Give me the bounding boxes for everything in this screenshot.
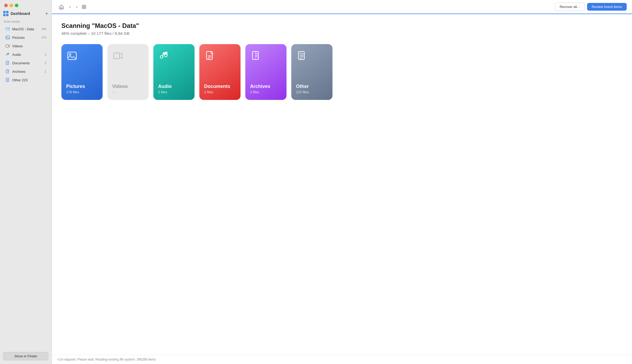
sidebar-item-pictures[interactable]: Pictures 176 <box>2 33 50 41</box>
documents-card-icon <box>204 50 216 62</box>
show-in-finder-button[interactable]: Show in Finder <box>3 352 48 360</box>
videos-card[interactable]: Videos — <box>107 44 149 100</box>
dashboard-grid-icon <box>3 11 9 16</box>
statusbar-text: <1m elapsed. Please wait. Reading existi… <box>57 358 156 361</box>
sidebar-item-archives-label: Archives <box>12 70 45 74</box>
svg-point-25 <box>165 54 167 57</box>
sidebar-item-pictures-badge: 176 <box>41 36 46 39</box>
sidebar-item-macos-data[interactable]: MacOS - Data 405 <box>2 25 50 33</box>
main-content: ‹ › Recover all... Review found items Sc… <box>52 0 632 364</box>
sidebar-item-pictures-label: Pictures <box>12 36 41 40</box>
topbar: ‹ › Recover all... Review found items <box>52 0 632 14</box>
audio-card-subtitle: 2 files <box>158 90 190 94</box>
sidebar-item-macos-data-badge: 405 <box>41 27 46 31</box>
svg-point-22 <box>69 54 71 55</box>
stop-button[interactable] <box>82 5 86 9</box>
pictures-card-icon <box>66 50 78 62</box>
videos-card-title: Videos <box>112 84 144 89</box>
sidebar-item-documents-label: Documents <box>12 61 45 65</box>
sidebar-item-archives-badge: 2 <box>45 70 46 73</box>
pictures-card-subtitle: 176 files <box>66 90 98 94</box>
maximize-button[interactable] <box>15 4 18 7</box>
other-card[interactable]: Other 223 files <box>291 44 332 100</box>
archives-icon <box>5 69 10 74</box>
sidebar-footer: Show in Finder <box>0 348 52 364</box>
sidebar-item-other[interactable]: Other 223 <box>2 76 50 84</box>
audio-icon <box>5 52 10 57</box>
content-area: Scanning "MacOS - Data" 46% complete – 1… <box>52 14 632 355</box>
pictures-icon <box>5 35 10 40</box>
forward-button[interactable]: › <box>74 3 79 10</box>
svg-rect-20 <box>61 7 62 9</box>
recover-all-button[interactable]: Recover all... <box>555 3 585 11</box>
documents-card[interactable]: Documents 2 files <box>199 44 241 100</box>
archives-card-title: Archives <box>250 84 282 89</box>
videos-card-icon <box>112 50 124 62</box>
svg-rect-5 <box>6 45 9 47</box>
svg-point-4 <box>7 37 7 37</box>
sidebar-item-audio-badge: 2 <box>45 53 46 56</box>
sidebar-item-documents[interactable]: Documents 2 <box>2 59 50 67</box>
documents-icon <box>5 61 10 65</box>
pictures-card-title: Pictures <box>66 84 98 89</box>
sidebar-item-videos-label: Videos <box>12 44 46 48</box>
other-card-subtitle: 223 files <box>296 90 328 94</box>
videos-card-subtitle: — <box>112 90 144 94</box>
spinner-icon: ✦ <box>45 11 48 16</box>
home-button[interactable] <box>57 3 66 11</box>
drive-icon <box>5 27 10 31</box>
sidebar-item-audio-label: Audio <box>12 53 45 57</box>
pictures-card[interactable]: Pictures 176 files <box>61 44 103 100</box>
archives-card[interactable]: Archives 2 files <box>245 44 286 100</box>
svg-rect-21 <box>68 52 76 60</box>
sidebar-item-audio[interactable]: Audio 2 <box>2 50 50 58</box>
back-button[interactable]: ‹ <box>68 3 72 10</box>
minimize-button[interactable] <box>10 4 13 7</box>
sidebar-item-other-label: Other 223 <box>12 78 46 82</box>
file-type-cards: Pictures 176 files Videos — <box>61 44 622 100</box>
svg-rect-23 <box>114 53 120 59</box>
sidebar: Dashboard ✦ Scan results MacOS - Data 40… <box>0 0 52 364</box>
archives-card-subtitle: 2 files <box>250 90 282 94</box>
other-card-title: Other <box>296 84 328 89</box>
traffic-lights <box>0 0 52 10</box>
videos-icon <box>5 44 10 48</box>
svg-rect-3 <box>6 36 10 39</box>
review-found-button[interactable]: Review found items <box>587 3 627 11</box>
sidebar-item-archives[interactable]: Archives 2 <box>2 67 50 75</box>
svg-point-2 <box>9 29 9 30</box>
svg-point-24 <box>160 56 163 58</box>
sidebar-item-videos[interactable]: Videos <box>2 42 50 50</box>
sidebar-item-macos-data-label: MacOS - Data <box>12 27 41 31</box>
other-icon <box>5 78 10 82</box>
scanning-subtitle: 46% complete – 10 177 files / 8,94 GB <box>61 31 622 36</box>
archives-card-icon <box>250 50 262 62</box>
scanning-title: Scanning "MacOS - Data" <box>61 22 622 29</box>
other-card-icon <box>296 50 308 62</box>
documents-card-title: Documents <box>204 84 236 89</box>
audio-card-icon <box>158 50 170 62</box>
audio-card[interactable]: Audio 2 files <box>153 44 195 100</box>
sidebar-item-documents-badge: 2 <box>45 61 46 65</box>
scan-results-section-label: Scan results <box>0 19 52 25</box>
close-button[interactable] <box>4 4 8 7</box>
documents-card-subtitle: 2 files <box>204 90 236 94</box>
statusbar: <1m elapsed. Please wait. Reading existi… <box>52 355 632 364</box>
dashboard-nav-item[interactable]: Dashboard ✦ <box>0 10 52 19</box>
audio-card-title: Audio <box>158 84 190 89</box>
dashboard-label: Dashboard <box>11 11 30 16</box>
